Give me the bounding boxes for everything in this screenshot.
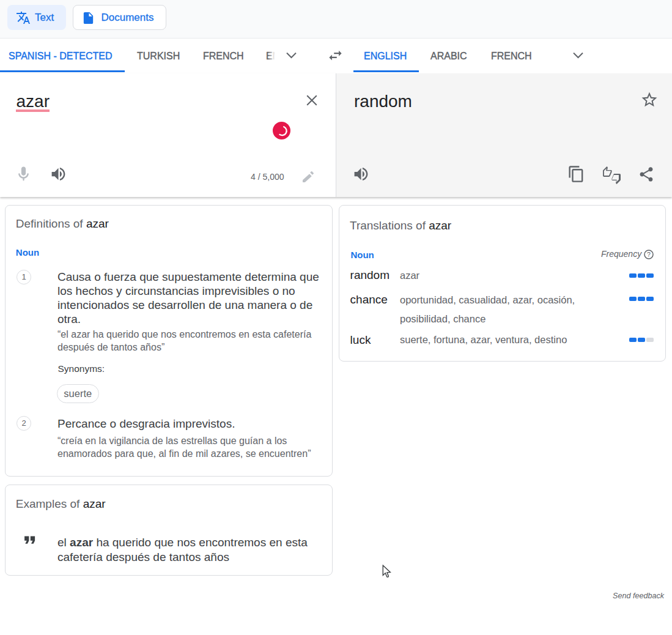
svg-text:?: ?	[647, 251, 651, 258]
